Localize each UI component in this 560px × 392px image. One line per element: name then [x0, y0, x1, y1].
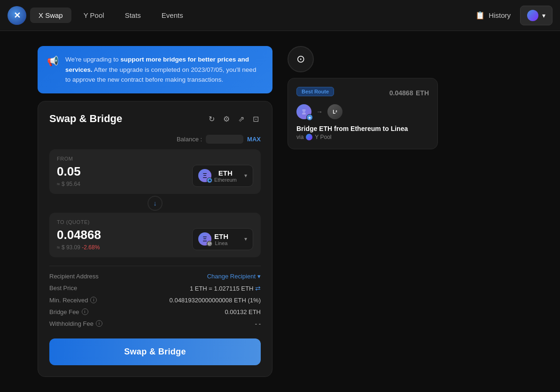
- nav-ypool[interactable]: Y Pool: [75, 8, 113, 23]
- recipient-row: Recipient Address Change Recipient ▾: [49, 273, 261, 280]
- bookmark-button[interactable]: ⊡: [251, 113, 261, 125]
- from-token-name: ETH: [214, 169, 237, 177]
- from-chain-name: Ethereum: [214, 177, 237, 183]
- balance-label: Balance :: [177, 136, 202, 143]
- right-column: ⊙ Best Route 0.04868 ETH Ξ ◈ → L² Br: [288, 46, 438, 149]
- to-chevron-icon: ▾: [244, 236, 247, 242]
- nav-events[interactable]: Events: [153, 8, 192, 23]
- from-chevron-icon: ▾: [244, 172, 247, 179]
- from-chain-icon: Ξ ◈: [296, 104, 311, 119]
- swap-arrow-row: ↓: [49, 196, 261, 211]
- banner-text: We're upgrading to support more bridges …: [65, 54, 263, 85]
- recipient-label: Recipient Address: [49, 273, 99, 280]
- best-route-badge: Best Route: [296, 87, 334, 96]
- from-token-selector[interactable]: Ξ ◈ ETH Ethereum ▾: [192, 165, 253, 187]
- ypool-icon: [306, 134, 312, 140]
- swap-action-buttons: ↻ ⚙ ⇗ ⊡: [207, 113, 261, 125]
- settings-button[interactable]: ⚙: [221, 113, 232, 125]
- left-column: 📢 We're upgrading to support more bridge…: [38, 46, 272, 377]
- history-button[interactable]: 📋 History: [470, 7, 516, 23]
- swap-direction-button[interactable]: ↓: [148, 196, 163, 211]
- wallet-button[interactable]: ▾: [520, 6, 552, 25]
- to-token-row: 0.04868 ≈ $ 93.09 -2.68% Ξ L²: [57, 228, 253, 251]
- from-eth-icon: Ξ ◈: [198, 169, 211, 182]
- best-price-row: Best Price 1 ETH = 1.027115 ETH ⇄: [49, 284, 261, 292]
- route-card-top: Best Route 0.04868 ETH: [296, 87, 429, 98]
- bridge-fee-value: 0.00132 ETH: [225, 308, 261, 315]
- from-amount: 0.05: [57, 164, 81, 179]
- best-price-value: 1 ETH = 1.027115 ETH ⇄: [190, 284, 261, 292]
- from-chain-badge-icon: ◈: [306, 114, 313, 121]
- to-eth-icon: Ξ L²: [198, 232, 211, 246]
- from-amount-section: 0.05 ≈ $ 95.64: [57, 164, 81, 187]
- balance-row: Balance : MAX: [49, 135, 261, 144]
- swap-bridge-card: Swap & Bridge ↻ ⚙ ⇗ ⊡ Balance : MAX From: [38, 101, 272, 377]
- balance-value: [206, 135, 243, 144]
- swap-bridge-button[interactable]: Swap & Bridge: [49, 338, 261, 365]
- to-amount: 0.04868: [57, 228, 101, 242]
- share-button[interactable]: ⇗: [236, 113, 246, 125]
- details-table: Recipient Address Change Recipient ▾ Bes…: [49, 266, 261, 327]
- withholding-fee-info-icon[interactable]: i: [96, 320, 102, 327]
- min-received-label: Min. Received i: [49, 297, 97, 304]
- min-received-value: 0.04819320000000008 ETH (1%): [170, 297, 261, 304]
- from-chain-badge: ◈: [207, 177, 212, 183]
- nav-xswap[interactable]: X Swap: [30, 8, 71, 23]
- megaphone-icon: 📢: [47, 55, 59, 67]
- change-recipient-chevron: ▾: [257, 273, 261, 280]
- logo-icon: ✕: [8, 6, 26, 25]
- bridge-fee-row: Bridge Fee i 0.00132 ETH: [49, 308, 261, 315]
- to-chain-icon: L²: [327, 104, 342, 119]
- refresh-button[interactable]: ↻: [207, 113, 217, 125]
- wallet-chevron-icon: ▾: [542, 12, 545, 19]
- from-usd: ≈ $ 95.64: [57, 181, 81, 187]
- chain-arrow-icon: →: [316, 108, 323, 115]
- to-label: To (Quote): [57, 219, 253, 225]
- best-price-label: Best Price: [49, 284, 77, 292]
- nav-stats[interactable]: Stats: [117, 8, 149, 23]
- route-description: Bridge ETH from Ethereum to Linea: [296, 125, 429, 132]
- bridge-fee-info-icon[interactable]: i: [82, 308, 88, 315]
- history-icon: 📋: [475, 11, 485, 20]
- withholding-fee-label: Withholding Fee i: [49, 320, 102, 327]
- header: ✕ X Swap Y Pool Stats Events 📋 History ▾: [0, 0, 560, 31]
- bridge-fee-label: Bridge Fee i: [49, 308, 88, 315]
- swap-arrows-icon: ⇄: [255, 284, 261, 292]
- route-chain-row: Ξ ◈ → L²: [296, 104, 429, 119]
- swap-title: Swap & Bridge: [49, 113, 122, 125]
- route-via: via Y Pool: [296, 134, 429, 140]
- wallet-avatar: [527, 10, 538, 21]
- to-token-name: ETH: [214, 232, 228, 240]
- to-token-selector[interactable]: Ξ L² ETH Linea ▾: [192, 228, 253, 250]
- main-content: 📢 We're upgrading to support more bridge…: [0, 31, 560, 392]
- change-recipient-button[interactable]: Change Recipient ▾: [207, 273, 261, 280]
- min-received-row: Min. Received i 0.04819320000000008 ETH …: [49, 297, 261, 304]
- to-usd: ≈ $ 93.09 -2.68%: [57, 244, 101, 251]
- to-token-box: To (Quote) 0.04868 ≈ $ 93.09 -2.68% Ξ: [49, 213, 261, 257]
- max-button[interactable]: MAX: [247, 136, 261, 143]
- withholding-fee-row: Withholding Fee i - -: [49, 320, 261, 327]
- route-avatar: ⊙: [288, 46, 314, 72]
- from-token-icon-wrap: Ξ ◈ ETH Ethereum: [198, 169, 237, 183]
- to-usd-change: -2.68%: [82, 244, 100, 251]
- route-avatar-icon: ⊙: [296, 53, 305, 65]
- from-token-row: 0.05 ≈ $ 95.64 Ξ ◈ ETH Ethereum: [57, 164, 253, 187]
- to-amount-section: 0.04868 ≈ $ 93.09 -2.68%: [57, 228, 101, 251]
- to-chain-badge: L²: [207, 241, 212, 246]
- to-token-icon-wrap: Ξ L² ETH Linea: [198, 232, 228, 246]
- min-received-info-icon[interactable]: i: [90, 297, 97, 303]
- from-label: From: [57, 156, 253, 161]
- from-token-box: From 0.05 ≈ $ 95.64 Ξ ◈ ETH: [49, 149, 261, 194]
- announcement-banner: 📢 We're upgrading to support more bridge…: [38, 46, 272, 93]
- swap-card-header: Swap & Bridge ↻ ⚙ ⇗ ⊡: [49, 113, 261, 125]
- to-chain-name: Linea: [214, 240, 228, 246]
- route-amount: 0.04868 ETH: [389, 87, 429, 98]
- best-route-card: Best Route 0.04868 ETH Ξ ◈ → L² Bridge E…: [288, 78, 438, 149]
- withholding-fee-value: - -: [255, 320, 261, 327]
